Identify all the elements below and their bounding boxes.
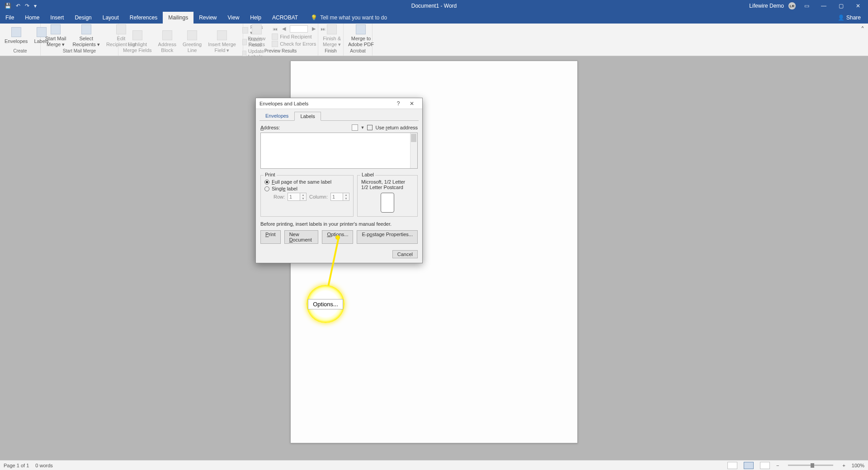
tab-mailings[interactable]: Mailings (163, 12, 193, 24)
tell-me-label: Tell me what you want to do (320, 14, 387, 21)
row-label: Row: (274, 194, 285, 199)
web-layout-icon[interactable] (760, 462, 770, 469)
tab-design[interactable]: Design (69, 12, 97, 24)
check-icon (272, 41, 278, 47)
insert-field-icon (217, 30, 227, 40)
first-record-icon: ⏮ (272, 26, 278, 32)
window-maximize-icon[interactable]: ▢ (835, 3, 847, 9)
address-book-icon[interactable] (352, 124, 358, 131)
zoom-level[interactable]: 100% (852, 463, 864, 468)
insert-merge-field-button: Insert Merge Field ▾ (206, 30, 238, 53)
radio-icon (264, 180, 269, 185)
col-down-icon: ▼ (343, 197, 349, 200)
lightbulb-icon: 💡 (311, 14, 317, 21)
column-input (330, 193, 343, 201)
use-return-address-checkbox[interactable] (367, 125, 373, 130)
address-scrollbar[interactable] (410, 133, 417, 168)
user-avatar-icon[interactable]: LR (788, 2, 796, 9)
print-layout-icon[interactable] (744, 462, 754, 469)
tab-acrobat[interactable]: ACROBAT (267, 12, 303, 24)
row-down-icon: ▼ (300, 197, 306, 200)
preview-results-button: Preview Results (246, 24, 267, 47)
single-label-radio[interactable]: Single label (264, 186, 349, 191)
cancel-button[interactable]: Cancel (392, 250, 418, 258)
address-block-icon (162, 30, 172, 40)
customize-qat-icon[interactable]: ▾ (34, 3, 37, 9)
print-legend: Print (264, 172, 277, 177)
epostage-properties-button[interactable]: E-postage Properties... (357, 230, 418, 244)
col-up-icon: ▲ (343, 193, 349, 197)
tell-me-search[interactable]: 💡 Tell me what you want to do (303, 12, 387, 24)
window-close-icon[interactable]: ✕ (852, 3, 864, 9)
dialog-title: Envelopes and Labels (259, 101, 308, 106)
window-minimize-icon[interactable]: — (817, 3, 830, 9)
tab-file[interactable]: File (0, 12, 19, 24)
save-icon[interactable]: 💾 (5, 3, 11, 9)
row-input (288, 193, 300, 201)
finish-icon (327, 24, 337, 34)
row-up-icon: ▲ (300, 193, 306, 197)
undo-icon[interactable]: ↶ (16, 3, 20, 9)
pdf-icon (356, 24, 366, 34)
status-bar: Page 1 of 1 0 words − + 100% (0, 460, 868, 470)
dialog-help-icon[interactable]: ? (392, 100, 405, 107)
print-button[interactable]: Print (260, 230, 281, 244)
quick-access-toolbar: 💾 ↶ ↷ ▾ (0, 3, 37, 9)
radio-icon (264, 186, 269, 191)
greeting-icon (187, 30, 197, 40)
tab-home[interactable]: Home (19, 12, 45, 24)
mail-merge-icon (51, 24, 61, 34)
envelope-icon (11, 27, 21, 37)
window-title: Document1 - Word (411, 3, 457, 9)
dialog-close-icon[interactable]: ✕ (405, 100, 419, 107)
word-count[interactable]: 0 words (35, 463, 53, 468)
zoom-out-icon[interactable]: − (776, 463, 779, 468)
greeting-line-button: Greeting Line (181, 30, 203, 53)
new-document-button[interactable]: New Document (284, 230, 319, 244)
print-group: Print Full page of the same label Single… (260, 175, 354, 217)
address-textarea[interactable] (260, 133, 418, 169)
title-bar: 💾 ↶ ↷ ▾ Document1 - Word Lifewire Demo L… (0, 0, 868, 12)
dialog-tab-envelopes[interactable]: Envelopes (259, 111, 294, 120)
tab-review[interactable]: Review (193, 12, 222, 24)
full-page-radio[interactable]: Full page of the same label (264, 179, 349, 185)
label-product-text: 1/2 Letter Postcard (361, 185, 414, 190)
menu-bar: File Home Insert Design Layout Reference… (0, 12, 868, 24)
group-start-mail-merge-label: Start Mail Merge (41, 48, 118, 56)
label-legend: Label (360, 172, 375, 177)
zoom-in-icon[interactable]: + (842, 463, 845, 468)
tab-references[interactable]: References (124, 12, 163, 24)
ribbon-options-icon[interactable]: ▭ (800, 3, 813, 9)
share-label: Share (846, 14, 861, 21)
read-mode-icon[interactable] (727, 462, 737, 469)
envelopes-button[interactable]: Envelopes (3, 27, 29, 44)
merge-to-pdf-button[interactable]: Merge to Adobe PDF (346, 24, 376, 47)
address-label: Address: (260, 125, 280, 130)
preview-icon (252, 24, 262, 34)
label-group[interactable]: Label Microsoft, 1/2 Letter 1/2 Letter P… (357, 175, 418, 217)
share-button[interactable]: 👤 Share (838, 12, 868, 24)
share-icon: 👤 (838, 14, 844, 21)
address-block-button: Address Block (156, 30, 178, 53)
tab-layout[interactable]: Layout (97, 12, 124, 24)
group-finish-label: Finish (318, 48, 343, 56)
zoom-slider[interactable] (788, 465, 833, 466)
record-number-input (290, 25, 308, 33)
tab-insert[interactable]: Insert (45, 12, 69, 24)
annotation-text: Options... (313, 301, 338, 308)
address-book-dropdown-icon[interactable]: ▼ (361, 125, 365, 130)
start-mail-merge-button[interactable]: Start Mail Merge ▾ (43, 24, 68, 47)
page-status[interactable]: Page 1 of 1 (4, 463, 29, 468)
next-record-icon: ▶ (311, 26, 317, 32)
highlight-merge-fields-button: Highlight Merge Fields (121, 30, 154, 53)
collapse-ribbon-icon[interactable]: ˄ (857, 24, 868, 56)
select-recipients-button[interactable]: Select Recipients ▾ (71, 24, 101, 47)
printer-note: Before printing, insert labels in your p… (260, 221, 418, 227)
label-preview-icon (381, 193, 394, 213)
tab-view[interactable]: View (222, 12, 245, 24)
highlight-icon (132, 30, 142, 40)
redo-icon[interactable]: ↷ (25, 3, 29, 9)
user-name[interactable]: Lifewire Demo (749, 3, 784, 9)
tab-help[interactable]: Help (245, 12, 267, 24)
dialog-tab-labels[interactable]: Labels (294, 112, 321, 121)
